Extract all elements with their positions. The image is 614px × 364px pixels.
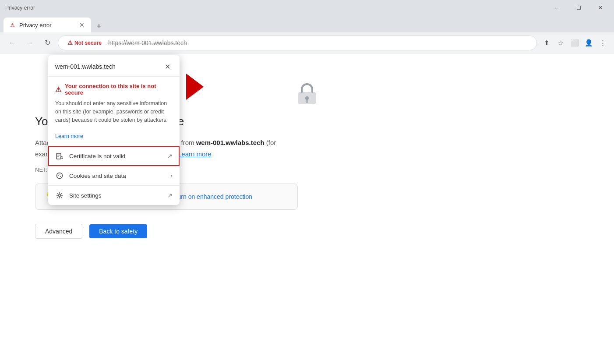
window-title: Privacy error	[5, 5, 35, 11]
popup-warning-section: ⚠ Your connection to this site is not se…	[48, 77, 180, 146]
svg-point-4	[57, 173, 63, 179]
bookmark-button[interactable]: ☆	[554, 37, 567, 49]
svg-point-7	[60, 174, 60, 175]
external-link-icon: ↗	[167, 152, 173, 159]
error-learn-more-link[interactable]: Learn more	[178, 150, 212, 158]
error-buttons: Advanced Back to safety	[35, 224, 579, 239]
settings-icon	[55, 191, 64, 200]
url-display: https://wem-001.wwlabs.tech	[108, 39, 530, 46]
popup-domain: wem-001.wwlabs.tech	[55, 63, 116, 70]
address-bar: ← → ↻ ⚠ Not secure https://wem-001.wwlab…	[0, 32, 614, 53]
maximize-button[interactable]: ☐	[568, 0, 589, 16]
back-button[interactable]: ←	[5, 36, 19, 50]
popup-warning-title: ⚠ Your connection to this site is not se…	[55, 83, 173, 96]
minimize-button[interactable]: —	[547, 0, 567, 16]
title-bar: Privacy error — ☐ ✕	[0, 0, 614, 16]
cookies-icon	[55, 171, 64, 180]
share-button[interactable]: ⬆	[540, 37, 553, 49]
security-popup: wem-001.wwlabs.tech ✕ ⚠ Your connection …	[48, 55, 180, 205]
site-settings-external-icon: ↗	[167, 192, 173, 199]
browser-body: wem-001.wwlabs.tech ✕ ⚠ Your connection …	[0, 53, 614, 364]
not-secure-label: Not secure	[74, 40, 102, 46]
popup-warning-text: You should not enter any sensitive infor…	[55, 99, 173, 124]
site-settings-label: Site settings	[69, 192, 162, 199]
popup-cookies-item[interactable]: Cookies and site data ›	[48, 166, 180, 186]
popup-learn-more-link[interactable]: Learn more	[55, 133, 83, 139]
tab-bar: ⚠ Privacy error ✕ +	[0, 16, 614, 32]
certificate-icon	[55, 152, 64, 160]
back-to-safety-button[interactable]: Back to safety	[89, 224, 147, 238]
new-tab-button[interactable]: +	[93, 20, 105, 32]
refresh-button[interactable]: ↻	[40, 36, 54, 50]
security-indicator[interactable]: ⚠ Not secure	[64, 38, 105, 47]
svg-point-5	[58, 175, 59, 176]
tab-close-button[interactable]: ✕	[78, 21, 86, 29]
tab-title: Privacy error	[19, 22, 74, 28]
warning-triangle-icon: ⚠	[67, 39, 73, 46]
popup-header: wem-001.wwlabs.tech ✕	[48, 55, 180, 77]
close-button[interactable]: ✕	[590, 0, 610, 16]
tab-search-button[interactable]: ⬜	[568, 37, 581, 49]
menu-button[interactable]: ⋮	[596, 37, 609, 49]
certificate-label: Certificate is not valid	[69, 153, 162, 159]
warning-icon: ⚠	[55, 85, 61, 94]
svg-point-8	[59, 194, 61, 197]
advanced-button[interactable]: Advanced	[35, 224, 82, 239]
red-arrow-annotation	[182, 74, 204, 102]
enhanced-protection-link[interactable]: turn on enhanced protection	[176, 193, 252, 200]
svg-point-6	[60, 176, 61, 177]
active-tab[interactable]: ⚠ Privacy error ✕	[4, 18, 91, 32]
svg-marker-9	[186, 74, 204, 100]
tab-favicon: ⚠	[9, 21, 16, 28]
window-controls: — ☐ ✕	[547, 0, 610, 16]
toolbar-right: ⬆ ☆ ⬜ 👤 ⋮	[540, 37, 609, 49]
cookies-label: Cookies and site data	[69, 173, 165, 179]
popup-certificate-item[interactable]: Certificate is not valid ↗	[48, 146, 180, 166]
submenu-arrow-icon: ›	[170, 172, 173, 179]
omnibox[interactable]: ⚠ Not secure https://wem-001.wwlabs.tech	[58, 35, 537, 50]
popup-close-button[interactable]: ✕	[162, 61, 173, 72]
error-domain: wem-001.wwlabs.tech	[196, 139, 265, 146]
forward-button[interactable]: →	[23, 36, 37, 50]
popup-site-settings-item[interactable]: Site settings ↗	[48, 186, 180, 205]
profile-button[interactable]: 👤	[582, 37, 595, 49]
